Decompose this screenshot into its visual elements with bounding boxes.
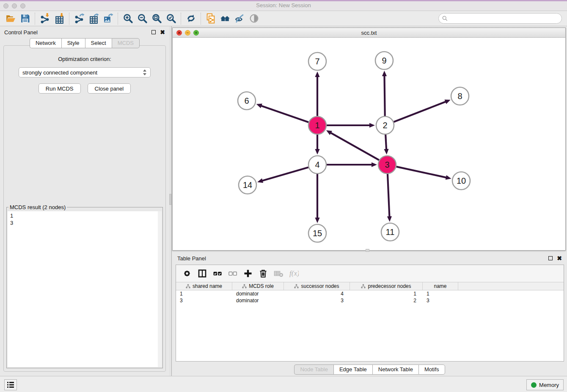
table-cell[interactable]: 1 bbox=[176, 290, 232, 297]
settings-button[interactable] bbox=[180, 267, 194, 280]
graph-node-15[interactable]: 15 bbox=[308, 224, 326, 242]
tab-select[interactable]: Select bbox=[85, 38, 112, 48]
column-header-successor-nodes[interactable]: successor nodes bbox=[284, 282, 350, 290]
graph-edge[interactable] bbox=[327, 162, 377, 167]
delete-button[interactable] bbox=[256, 267, 270, 280]
zoom-fit-button[interactable] bbox=[149, 12, 164, 25]
search-input[interactable] bbox=[450, 15, 561, 22]
zoom-selected-icon bbox=[166, 13, 176, 24]
graph-edge[interactable] bbox=[315, 72, 319, 116]
zoom-in-button[interactable] bbox=[121, 12, 135, 25]
close-panel-button[interactable]: Close panel bbox=[88, 83, 131, 94]
hide-selected-button[interactable] bbox=[232, 12, 247, 25]
graph-edge[interactable] bbox=[256, 104, 309, 122]
mcds-result-area[interactable]: 1 3 bbox=[8, 211, 162, 367]
first-neighbors-button[interactable] bbox=[218, 12, 232, 25]
table-cell[interactable]: 4 bbox=[284, 290, 350, 297]
tab-node-table[interactable]: Node Table bbox=[294, 364, 333, 375]
import-table-button[interactable] bbox=[52, 12, 66, 25]
table-cell[interactable]: 3 bbox=[284, 297, 350, 304]
table-cell[interactable]: 3 bbox=[423, 297, 458, 304]
graph-node-6[interactable]: 6 bbox=[238, 92, 256, 110]
graph-edge[interactable] bbox=[384, 135, 388, 155]
columns-button[interactable] bbox=[195, 267, 209, 280]
float-panel-icon[interactable] bbox=[151, 30, 156, 34]
search-box[interactable] bbox=[438, 13, 562, 24]
table-row[interactable]: 1dominator411 bbox=[176, 290, 564, 297]
tab-mcds[interactable]: MCDS bbox=[112, 38, 140, 48]
tab-motifs[interactable]: Motifs bbox=[418, 364, 445, 375]
function-button[interactable]: f(x) bbox=[287, 267, 300, 280]
deselect-all-button[interactable] bbox=[226, 267, 239, 280]
select-all-button[interactable] bbox=[211, 267, 224, 280]
task-history-button[interactable] bbox=[4, 379, 17, 390]
column-header-MCDS-role[interactable]: MCDS role bbox=[232, 282, 284, 290]
network-window-titlebar[interactable]: ✕ − + scc.txt bbox=[173, 28, 565, 38]
panel-splitter[interactable] bbox=[169, 26, 172, 376]
delete-table-button[interactable] bbox=[272, 267, 285, 280]
graph-node-2[interactable]: 2 bbox=[376, 116, 394, 134]
graph-node-4[interactable]: 4 bbox=[308, 156, 326, 174]
graph-edge[interactable] bbox=[382, 71, 387, 116]
save-session-icon bbox=[20, 13, 30, 24]
open-session-icon bbox=[6, 13, 16, 24]
run-mcds-button[interactable]: Run MCDS bbox=[39, 83, 81, 94]
zoom-fit-icon bbox=[151, 13, 162, 24]
graph-edge[interactable] bbox=[315, 174, 319, 223]
open-session-button[interactable] bbox=[3, 12, 18, 25]
export-network-button[interactable] bbox=[72, 12, 86, 25]
export-image-button[interactable] bbox=[101, 12, 115, 25]
optimization-select[interactable]: strongly connected component bbox=[19, 67, 151, 77]
splitter-grip[interactable] bbox=[169, 194, 171, 205]
graph-edge[interactable] bbox=[394, 99, 450, 122]
add-button[interactable] bbox=[241, 267, 255, 280]
graph-edge[interactable] bbox=[315, 135, 319, 155]
refresh-button[interactable] bbox=[184, 12, 198, 25]
network-canvas[interactable]: 7968124314101511 bbox=[173, 38, 565, 250]
graph-edge[interactable] bbox=[396, 167, 451, 180]
graph-edge[interactable] bbox=[257, 167, 308, 183]
export-table-button[interactable] bbox=[86, 12, 101, 25]
table-close-icon[interactable]: ✖ bbox=[557, 256, 562, 260]
mcds-result-title: MCDS result (2 nodes) bbox=[8, 204, 67, 210]
column-header-name[interactable]: name bbox=[423, 282, 458, 290]
table-float-icon[interactable] bbox=[548, 256, 553, 260]
tab-edge-table[interactable]: Edge Table bbox=[333, 364, 372, 375]
columns-icon bbox=[197, 268, 207, 279]
import-network-button[interactable] bbox=[38, 12, 52, 25]
memory-button[interactable]: Memory bbox=[526, 379, 564, 390]
tab-style[interactable]: Style bbox=[61, 38, 85, 48]
result-scrollbar[interactable] bbox=[158, 211, 162, 367]
tab-network[interactable]: Network bbox=[30, 38, 61, 48]
svg-text:f(x): f(x) bbox=[289, 269, 299, 277]
save-session-button[interactable] bbox=[18, 12, 32, 25]
graph-node-1[interactable]: 1 bbox=[308, 116, 326, 134]
zoom-selected-button[interactable] bbox=[164, 12, 178, 25]
zoom-out-button[interactable] bbox=[135, 12, 149, 25]
graph-node-7[interactable]: 7 bbox=[308, 52, 326, 70]
table-cell[interactable]: dominator bbox=[232, 290, 284, 297]
graph-node-11[interactable]: 11 bbox=[381, 223, 399, 241]
table-cell[interactable]: 2 bbox=[350, 297, 423, 304]
graph-node-9[interactable]: 9 bbox=[375, 52, 393, 69]
table-row[interactable]: 3dominator323 bbox=[176, 297, 564, 304]
tab-network-table[interactable]: Network Table bbox=[372, 364, 418, 375]
graph-edge[interactable] bbox=[326, 130, 379, 160]
graph-edge[interactable] bbox=[387, 174, 392, 222]
close-panel-icon[interactable]: ✖ bbox=[160, 30, 165, 34]
table-cell[interactable]: 1 bbox=[423, 290, 458, 297]
table-cell[interactable]: 3 bbox=[176, 297, 232, 304]
graph-edge[interactable] bbox=[327, 123, 375, 127]
table-cell[interactable]: dominator bbox=[232, 297, 284, 304]
column-header-predecessor-nodes[interactable]: predecessor nodes bbox=[350, 282, 423, 290]
show-graphics-button[interactable] bbox=[247, 12, 261, 25]
table-cell[interactable]: 1 bbox=[350, 290, 423, 297]
window-titlebar: Session: New Session bbox=[0, 0, 567, 11]
graph-node-10[interactable]: 10 bbox=[452, 172, 470, 190]
graph-node-14[interactable]: 14 bbox=[239, 176, 256, 194]
graph-node-8[interactable]: 8 bbox=[451, 87, 469, 105]
column-header-shared-name[interactable]: shared name bbox=[176, 282, 232, 290]
clone-network-button[interactable] bbox=[204, 12, 218, 25]
graph-node-3[interactable]: 3 bbox=[378, 156, 396, 174]
frame-resize-handle[interactable] bbox=[366, 249, 369, 252]
